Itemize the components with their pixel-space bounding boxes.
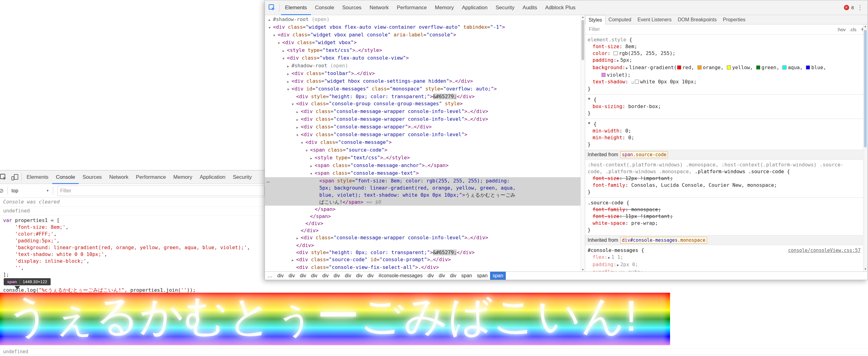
collapse-arrow-icon[interactable]: ▼ — [287, 86, 291, 93]
dom-tree-row[interactable]: ▼<div class="console-message"> — [265, 139, 581, 147]
dom-tree-row[interactable]: </span> — [265, 213, 581, 220]
styles-tab-computed[interactable]: Computed — [606, 15, 634, 24]
dom-tree-row[interactable]: blue, violet); text-shadow: white 0px 0p… — [265, 191, 585, 198]
dom-tree-row[interactable]: ▼<div class="widget vbox"> — [265, 39, 581, 46]
breadcrumb-item[interactable]: … — [265, 272, 275, 280]
dom-tree-row[interactable]: ▶<div class="source-code" id="console-pr… — [265, 256, 581, 264]
css-line[interactable]: text-shadow: ❏white 0px 0px 10px; — [588, 78, 861, 86]
expand-arrow-icon[interactable]: ▶ — [297, 108, 301, 116]
css-line[interactable]: * { — [588, 121, 861, 128]
breadcrumb-item[interactable]: div — [425, 272, 436, 280]
dom-tree-row[interactable]: <div class="console-view-fix-select-all"… — [265, 264, 581, 271]
tab-memory[interactable]: Memory — [169, 170, 196, 184]
expand-arrow-icon[interactable]: ▶ — [626, 66, 628, 70]
breadcrumb-item[interactable]: div — [286, 272, 297, 280]
dom-tree-row[interactable]: ▶<div class="console-message-wrapper con… — [265, 116, 581, 123]
dom-tree-row[interactable]: ▶<span class="console-message-anchor">…<… — [265, 162, 581, 169]
css-line[interactable]: min-width: 0; — [588, 128, 861, 134]
scroll-down-icon[interactable]: ▼ — [581, 268, 585, 271]
styles-tab-event-listeners[interactable]: Event Listeners — [634, 15, 674, 24]
console-filter-input[interactable] — [58, 188, 264, 194]
dom-tree-row[interactable]: ▼<span class="source-code"> — [265, 147, 581, 154]
css-line[interactable]: font-size: 11px !important; — [588, 213, 861, 220]
color-swatch[interactable] — [677, 65, 681, 69]
breadcrumb-item[interactable]: div — [353, 272, 365, 280]
css-line[interactable]: font-family: monospace; — [588, 206, 861, 213]
expand-arrow-icon[interactable]: ▶ — [292, 257, 296, 264]
breadcrumb-item[interactable]: span — [490, 272, 506, 280]
css-line[interactable]: violet); — [588, 72, 861, 78]
scroll-up-icon[interactable]: ▲ — [863, 25, 867, 28]
breadcrumb-item[interactable]: div — [436, 272, 447, 280]
breadcrumb-item[interactable]: div — [275, 272, 286, 280]
node-link[interactable]: span.source-code — [620, 151, 668, 158]
styles-tab-dom-breakpoints[interactable]: DOM Breakpoints — [675, 15, 720, 24]
color-swatch[interactable] — [756, 65, 760, 69]
color-swatch[interactable] — [698, 65, 702, 69]
tab-application[interactable]: Application — [196, 170, 229, 184]
dom-tree-row[interactable]: ▶<div class="console-message-wrapper con… — [265, 108, 581, 116]
expand-arrow-icon[interactable]: ▶ — [310, 162, 315, 169]
dom-tree-row[interactable]: </span> — [265, 206, 581, 213]
dom-tree-row[interactable]: ▼<span class="console-message-text"> — [265, 169, 581, 177]
tab-elements[interactable]: Elements — [281, 0, 311, 15]
tab-console[interactable]: Console — [311, 0, 338, 15]
expand-arrow-icon[interactable]: ▶ — [287, 78, 291, 85]
dom-tree-row[interactable]: ▶<div class="console-message-wrapper">…<… — [265, 123, 581, 131]
inspect-icon[interactable] — [0, 173, 7, 181]
device-toolbar-icon[interactable] — [11, 174, 18, 180]
tab-security[interactable]: Security — [229, 170, 255, 184]
tab-elements[interactable]: Elements — [23, 170, 52, 184]
dom-tree-row[interactable]: <div style="height: 0px; color: transpar… — [265, 249, 581, 256]
css-line[interactable]: flex:▶1 1; — [588, 254, 861, 261]
dom-tree-row[interactable]: ▶<div class="console-message-wrapper con… — [265, 234, 581, 242]
breadcrumb-item[interactable]: div — [342, 272, 353, 280]
color-swatch[interactable] — [727, 65, 731, 69]
css-line[interactable]: padding:▶5px; — [588, 57, 861, 64]
cls-toggle[interactable]: .cls — [849, 27, 857, 32]
css-line[interactable]: color: rgb(255, 255, 255); — [588, 50, 861, 57]
expand-arrow-icon[interactable]: ▶ — [269, 17, 273, 24]
scroll-down-icon[interactable]: ▼ — [863, 268, 867, 270]
tab-memory[interactable]: Memory — [431, 0, 458, 15]
more-options-icon[interactable]: ⋮ — [856, 4, 864, 11]
dom-tree-row[interactable]: ▶#shadow-root (open) — [265, 62, 581, 70]
inspect-icon[interactable] — [268, 4, 276, 11]
collapse-arrow-icon[interactable]: ▼ — [301, 139, 305, 147]
expand-arrow-icon[interactable]: ▶ — [297, 116, 301, 123]
color-swatch[interactable] — [614, 51, 618, 55]
expand-arrow-icon[interactable]: ▶ — [617, 59, 619, 63]
tab-network[interactable]: Network — [105, 170, 132, 184]
dom-tree-row[interactable]: ▶#shadow-root (open) — [265, 16, 581, 24]
dom-tree-row[interactable]: ▶<div class="widget hbox console-setting… — [265, 77, 581, 85]
css-line[interactable]: background:▶linear-gradient(red, orange,… — [588, 64, 861, 72]
css-line[interactable]: box-sizing: border-box; — [588, 103, 861, 110]
scrollbar-thumb[interactable] — [864, 30, 867, 147]
dom-tree-row[interactable]: ▼<div id="console-messages" class="monos… — [265, 85, 581, 93]
css-line[interactable]: font-family: Consolas, Lucida Console, C… — [588, 182, 861, 189]
tab-security[interactable]: Security — [492, 0, 519, 15]
collapse-arrow-icon[interactable]: ▼ — [273, 32, 278, 39]
tab-audits[interactable]: Audits — [519, 0, 541, 15]
dom-tree-row[interactable]: ▶<div class="toolbar">…</div> — [265, 70, 581, 77]
dom-tree-row[interactable]: ▼<div class="console-group console-group… — [265, 100, 581, 108]
collapse-arrow-icon[interactable]: ▼ — [292, 101, 296, 108]
collapse-arrow-icon[interactable]: ▼ — [278, 39, 282, 46]
styles-filter-input[interactable] — [588, 26, 833, 32]
hov-toggle[interactable]: :hov — [837, 27, 845, 32]
tab-performance[interactable]: Performance — [132, 170, 169, 184]
css-line[interactable]: } — [588, 110, 861, 117]
dom-overflow-ellipsis[interactable]: … — [267, 177, 270, 184]
collapse-arrow-icon[interactable]: ▼ — [283, 55, 287, 62]
css-line[interactable]: white-space: pre-wrap; — [588, 220, 861, 227]
tab-network[interactable]: Network — [366, 0, 393, 15]
expand-arrow-icon[interactable]: ▶ — [297, 235, 301, 242]
css-line[interactable]: font-size: 12px !important; — [588, 175, 861, 182]
breadcrumb-item[interactable]: #console-messages — [376, 272, 425, 280]
scroll-up-icon[interactable]: ▲ — [581, 16, 585, 19]
breadcrumb-item[interactable]: div — [447, 272, 459, 280]
collapse-arrow-icon[interactable]: ▼ — [269, 24, 273, 31]
breadcrumb-item[interactable]: div — [320, 272, 331, 280]
dom-tree-row[interactable]: ばこいん!</span> == $0 — [265, 198, 585, 206]
node-link[interactable]: div#console-messages.monospace — [620, 237, 707, 244]
